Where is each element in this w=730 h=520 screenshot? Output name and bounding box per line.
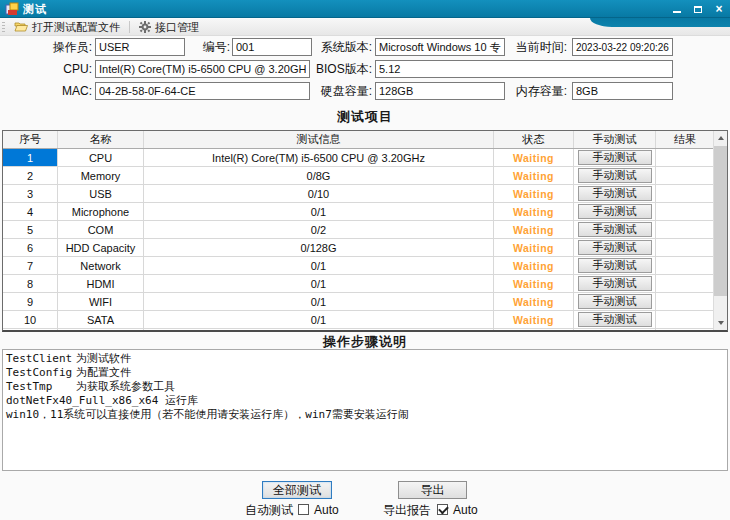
mac-input[interactable]: [95, 82, 310, 100]
cell-result: [656, 167, 714, 184]
table-row[interactable]: 10 SATA 0/1 Waiting 手动测试: [3, 311, 714, 329]
table-row[interactable]: 4 Microphone 0/1 Waiting 手动测试: [3, 203, 714, 221]
export-button[interactable]: 导出: [398, 481, 467, 499]
table-row[interactable]: 3 USB 0/10 Waiting 手动测试: [3, 185, 714, 203]
row-manual-test-button[interactable]: 手动测试: [578, 150, 652, 165]
cell-result: [656, 329, 714, 332]
instruction-line: dotNetFx40_Full_x86_x64 运行库: [6, 394, 724, 408]
number-input[interactable]: [232, 38, 312, 56]
export-report-checkbox[interactable]: [437, 504, 448, 515]
cell-result: [656, 203, 714, 220]
current-time-label: 当前时间:: [505, 38, 567, 56]
header-manual: 手动测试: [574, 131, 656, 148]
row-manual-test-button[interactable]: 手动测试: [578, 312, 652, 327]
table-row[interactable]: 8 HDMI 0/1 Waiting 手动测试: [3, 275, 714, 293]
close-icon[interactable]: ×: [712, 3, 726, 15]
cell-info: 0/1: [144, 293, 494, 310]
row-manual-test-button[interactable]: 手动测试: [578, 276, 652, 291]
cell-name: SATA: [58, 311, 144, 328]
ram-capacity-input[interactable]: [572, 82, 673, 100]
cell-info: 0/2: [144, 221, 494, 238]
row-manual-test-button[interactable]: 手动测试: [578, 258, 652, 273]
cell-manual: 手动测试: [574, 275, 656, 292]
bios-version-input[interactable]: [375, 60, 673, 78]
system-info-form: 操作员: 编号: 系统版本: 当前时间: CPU: BIOS版本: MAC: 硬…: [0, 36, 730, 102]
test-items-title: 测试项目: [0, 108, 730, 126]
app-window: 测试 × 打开测试配置文件: [0, 0, 730, 520]
table-row[interactable]: 5 COM 0/2 Waiting 手动测试: [3, 221, 714, 239]
titlebar-skin-curve: [590, 18, 730, 27]
cell-result: [656, 149, 714, 166]
table-row[interactable]: 手动测试: [3, 329, 714, 332]
open-config-label: 打开测试配置文件: [32, 20, 120, 35]
cell-manual: 手动测试: [574, 221, 656, 238]
cell-no: 5: [3, 221, 58, 238]
operator-label: 操作员:: [10, 38, 92, 56]
toolbar-separator: [129, 21, 130, 33]
header-no: 序号: [3, 131, 58, 148]
row-manual-test-button[interactable]: 手动测试: [578, 330, 652, 332]
bios-version-label: BIOS版本:: [305, 60, 372, 78]
titlebar[interactable]: 测试 ×: [0, 0, 730, 18]
cell-status: Waiting: [494, 185, 574, 202]
row-manual-test-button[interactable]: 手动测试: [578, 294, 652, 309]
instructions-textarea[interactable]: TestClient为测试软件 TestConfig为配置文件 TestTmp为…: [2, 349, 728, 471]
cell-manual: 手动测试: [574, 329, 656, 332]
cell-name: HDMI: [58, 275, 144, 292]
scroll-down-icon[interactable]: [714, 316, 727, 330]
instruction-line: win10，11系统可以直接使用（若不能使用请安装运行库），win7需要安装运行…: [6, 408, 724, 422]
cell-no: 9: [3, 293, 58, 310]
cell-name: COM: [58, 221, 144, 238]
header-status: 状态: [494, 131, 574, 148]
cell-name: WIFI: [58, 293, 144, 310]
row-manual-test-button[interactable]: 手动测试: [578, 168, 652, 183]
cell-name: Network: [58, 257, 144, 274]
interface-mgmt-label: 接口管理: [155, 20, 199, 35]
operator-input[interactable]: [95, 38, 185, 56]
export-report-checkbox-label: Auto: [453, 503, 478, 517]
test-all-button[interactable]: 全部测试: [262, 481, 332, 499]
table-row[interactable]: 6 HDD Capacity 0/128G Waiting 手动测试: [3, 239, 714, 257]
cell-info: Intel(R) Core(TM) i5-6500 CPU @ 3.20GHz: [144, 149, 494, 166]
table-row[interactable]: 7 Network 0/1 Waiting 手动测试: [3, 257, 714, 275]
minimize-icon[interactable]: [670, 3, 684, 15]
row-manual-test-button[interactable]: 手动测试: [578, 222, 652, 237]
current-time-input[interactable]: [572, 38, 673, 56]
table-row[interactable]: 9 WIFI 0/1 Waiting 手动测试: [3, 293, 714, 311]
cell-manual: 手动测试: [574, 311, 656, 328]
cell-result: [656, 293, 714, 310]
instruction-line: TestConfig为配置文件: [6, 366, 724, 380]
row-manual-test-button[interactable]: 手动测试: [578, 240, 652, 255]
scroll-up-icon[interactable]: [714, 131, 727, 145]
cell-no: 8: [3, 275, 58, 292]
cell-result: [656, 311, 714, 328]
cell-manual: 手动测试: [574, 185, 656, 202]
grid-scrollbar[interactable]: [713, 131, 727, 330]
cell-manual: 手动测试: [574, 239, 656, 256]
os-version-input[interactable]: [375, 38, 505, 56]
cell-manual: 手动测试: [574, 293, 656, 310]
maximize-icon[interactable]: [691, 3, 705, 15]
header-info: 测试信息: [144, 131, 494, 148]
row-manual-test-button[interactable]: 手动测试: [578, 186, 652, 201]
cell-result: [656, 275, 714, 292]
hdd-capacity-input[interactable]: [375, 82, 505, 100]
folder-open-icon: [14, 21, 28, 33]
hdd-capacity-label: 硬盘容量:: [305, 82, 372, 100]
cell-result: [656, 185, 714, 202]
interface-mgmt-button[interactable]: 接口管理: [134, 19, 204, 36]
cell-no: 6: [3, 239, 58, 256]
open-config-button[interactable]: 打开测试配置文件: [9, 19, 125, 36]
table-row[interactable]: 2 Memory 0/8G Waiting 手动测试: [3, 167, 714, 185]
row-manual-test-button[interactable]: 手动测试: [578, 204, 652, 219]
cell-no: 7: [3, 257, 58, 274]
os-version-label: 系统版本:: [305, 38, 372, 56]
auto-test-checkbox[interactable]: [298, 504, 309, 515]
instruction-line: TestTmp为获取系统参数工具: [6, 380, 724, 394]
cell-name: Memory: [58, 167, 144, 184]
cell-no: 2: [3, 167, 58, 184]
table-row[interactable]: 1 CPU Intel(R) Core(TM) i5-6500 CPU @ 3.…: [3, 149, 714, 167]
cell-status: Waiting: [494, 257, 574, 274]
scrollbar-thumb[interactable]: [714, 146, 727, 296]
cpu-input[interactable]: [95, 60, 310, 78]
